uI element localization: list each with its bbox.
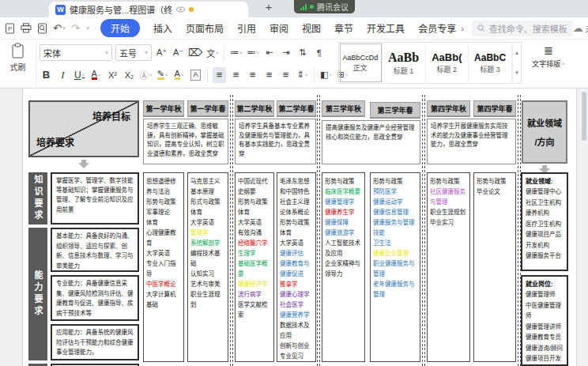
grow-font-button[interactable]: A⁺ [155,45,168,61]
courses-y1-spring: 马克思主义基本原理形式与政策体育大学英语管理学系统解剖学编程技术基础认知实习艺术… [187,172,228,362]
course-item: 形式与政策 [190,197,225,207]
align-center-button[interactable]: ≡ [229,67,243,83]
export-pdf-icon[interactable]: P [5,23,15,34]
styles-gallery-scroll[interactable]: ▲ ▼ [512,43,521,83]
undo-button[interactable]: ↶˅ [53,22,66,34]
style-normal[interactable]: AaBbCcDd 正文 [339,43,383,83]
font-color-button[interactable]: A˅ [172,67,186,83]
print-preview-icon[interactable] [37,23,47,34]
course-item: 毕业论文 [477,187,513,197]
style-heading1[interactable]: AaBb 标题 1 [383,43,426,83]
course-item: 健康咨询/顾问 [526,343,564,354]
course-item: 心理健康教育 [146,228,181,248]
clear-format-button[interactable]: ⌦ [188,45,202,61]
employment-areas-list: 健康管理中心社区卫生机构康养机构医疗卫生机构健康项目产品开发机构健康服务平台 [526,187,564,262]
scroll-down-icon[interactable]: ▼ [514,70,519,75]
align-right-button[interactable]: ≡ [246,67,259,83]
distribute-button[interactable]: ≡ [279,67,292,83]
text-layout-button[interactable]: ≣ 文字排版˅ [528,44,569,69]
ribbon-tab-page-layout[interactable]: 页面布局 [186,21,224,35]
ribbon-tab-developer[interactable]: 开发工具 [367,21,405,35]
term-header-y4-spring: 第四学年春 [473,100,516,116]
scroll-up-icon[interactable]: ▲ [514,51,519,55]
numbered-list-button[interactable]: ≕˅ [246,45,259,61]
strikethrough-button[interactable]: A˅ [89,67,103,83]
align-left-button[interactable]: ≡ [213,67,226,83]
style-heading2[interactable]: AaBb( 标题 2 [426,43,469,83]
superscript-button[interactable]: X² [106,67,119,83]
print-icon[interactable] [21,23,32,33]
ribbon-tab-home[interactable]: 开始 [100,19,140,37]
decrease-indent-button[interactable]: ⇤ [262,45,276,61]
paste-icon[interactable] [11,43,24,58]
toolbar-divider [314,67,315,83]
toolbar-row-font: 宋体˅ 五号˅ A⁺ A⁻ ⌦ 文˅ ≔˅ ≕˅ ⇤ ⇥ ⇅ ¶ [40,43,326,62]
toolbar-divider [207,67,208,83]
group-divider [422,95,425,366]
matrix-corner-cell: 培养目标 培养要求 [28,100,139,157]
course-item: 艺术与审美 [190,279,225,289]
term-header-y3-spring: 第三学年春 [370,102,420,118]
courses-y1-autumn: 思想道德修养与法治形势与政策军事理论体育心理健康教育大学英语专业入门指导中医学概… [143,172,184,362]
home-ribbon: 式刷 宋体˅ 五号˅ A⁺ A⁻ ⌦ 文˅ ≔˅ ≕˅ ⇤ ⇥ ⇅ ¶ B I … [0,40,588,89]
shrink-font-button[interactable]: A⁻ [172,45,185,61]
ribbon-tab-insert[interactable]: 插入 [153,21,172,35]
font-size-select[interactable]: 五号˅ [115,44,152,61]
subscript-button[interactable]: X₂ [122,67,136,83]
char-border-button[interactable]: A [189,67,202,83]
course-item: 老年健康服务与管理 [373,279,417,300]
line-spacing-button[interactable]: ⇕˅ [296,67,309,83]
course-item: 中国近现代史纲要 [238,176,271,197]
employment-header: 就业领域 /方向 [522,100,567,164]
cloud-sync-status[interactable]: ☁ 未同 [573,22,588,35]
justify-button[interactable]: ≡ [262,67,276,83]
highlight-button[interactable]: ✎˅ [156,67,169,83]
ribbon-tab-membership[interactable]: 会员专享 [418,21,456,35]
clipboard-group: 式刷 [0,43,36,85]
course-item: 预防医学 [373,187,417,197]
ribbon-tab-section[interactable]: 章节 [334,21,353,35]
course-item: 医疗卫生机构 [526,219,564,230]
goal-y1: 培养学生三观正确、思维敏捷，具有创新精神，掌握基础知识，提高专业认知，树立职业道… [143,119,228,164]
customize-toolbar-icon[interactable]: ˅ [85,25,89,31]
ribbon-tab-review[interactable]: 审阅 [270,21,288,35]
bullet-list-button[interactable]: ≔˅ [229,45,243,61]
vertical-scrollbar[interactable] [581,89,586,365]
svg-text:P: P [8,25,12,32]
ribbon-tab-view[interactable]: 视图 [302,21,321,35]
ribbon-tab-references[interactable]: 引用 [237,21,256,35]
course-item: 健康管理讲师 [526,322,564,333]
paragraph-marks-button[interactable]: ¶ [312,45,326,61]
format-painter-button[interactable]: 式刷 [10,61,26,73]
course-item: 健康项目产品开发机构 [526,229,564,251]
new-tab-button[interactable]: + [261,0,277,13]
document-area[interactable]: 培养目标 培养要求 第一学年秋 第一学年春 培养学生三观正确、思维敏捷，具有创新… [0,89,588,366]
style-heading3[interactable]: AaBbC 标题 3 [469,43,512,83]
professional-ability-box: 专业能力：具备健康信息采集、健康风险检测与评估、健康教育与促进、健康指导、疾病干… [51,275,139,321]
course-item: 健康心理学 [280,289,313,300]
document-tab-title: 健康服务与管...程图谱（终 [70,3,172,16]
underline-button[interactable]: U˅ [73,67,86,83]
bold-button[interactable]: B [40,67,53,83]
knowledge-requirement-box: 掌握医学、管理学、数字技能等基础知识；掌握健康服务与管理、了解专业前沿知识及应用… [51,172,139,225]
document-tab[interactable]: W 健康服务与管...程图谱（终 [49,2,248,17]
term-header-y1-autumn: 第一学年秋 [143,100,184,116]
font-name-select[interactable]: 宋体˅ [40,44,112,61]
search-placeholder: 查找命令、搜索模板 [489,22,567,35]
search-input[interactable]: 查找命令、搜索模板 [472,21,573,36]
course-item: 体育 [280,228,313,238]
shading-button[interactable]: ◧˅ [319,67,333,83]
course-item: 推拿学 [280,279,313,289]
increase-indent-button[interactable]: ⇥ [279,45,292,61]
scrollbar-thumb[interactable] [582,92,586,141]
course-item: 流行病学 [238,289,271,300]
tencent-meeting-badge[interactable]: 腾讯会议 [294,0,355,13]
italic-button[interactable]: I [56,67,70,83]
sort-button[interactable]: ⇅ [296,45,309,61]
courses-y2-spring: 毛泽东思想和中国特色社会主义理论体系概论形势与政策体育大学英语健康评估健康教育与… [277,172,316,362]
ribbon-overflow-icon[interactable]: › [461,24,464,33]
preview-eye-icon[interactable] [176,6,185,13]
phonetic-guide-button[interactable]: 文˅ [205,45,219,61]
redo-button[interactable]: ↷ [71,22,80,34]
char-shading-button[interactable]: Ⓐ˅ [139,67,153,83]
